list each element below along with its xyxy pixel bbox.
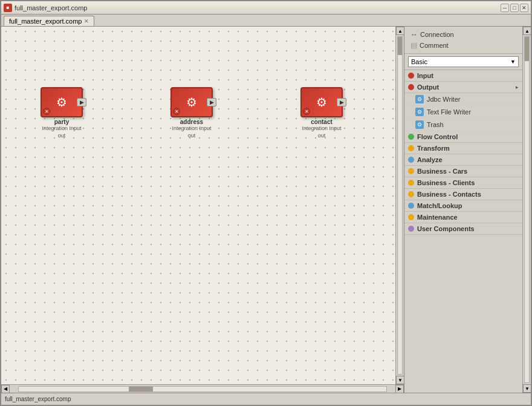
analyze-dot — [408, 157, 414, 163]
window-close[interactable]: ✕ — [520, 4, 528, 12]
node-contact-out-port[interactable]: ▶ — [337, 98, 346, 106]
node-party-cancel-icon: ✕ — [43, 108, 50, 115]
category-business-clients[interactable]: Business - Clients — [404, 177, 522, 189]
node-party[interactable]: ⚙ ▶ ✕ party Integration Input out — [34, 87, 89, 139]
category-business-contacts-label: Business - Contacts — [417, 191, 519, 198]
maintenance-dot — [408, 214, 414, 220]
panel-scroll-track — [524, 36, 530, 383]
canvas-scroll-right-btn[interactable]: ▶ — [395, 385, 404, 393]
panel-scroll-down-btn[interactable]: ▼ — [523, 384, 531, 393]
node-contact-sublabel: Integration Input — [302, 125, 341, 131]
category-analyze-label: Analyze — [417, 156, 519, 163]
node-party-box[interactable]: ⚙ ▶ ✕ — [41, 87, 83, 117]
window-minimize[interactable]: ─ — [501, 4, 509, 12]
text-file-writer-icon: ⚙ — [415, 108, 424, 116]
tab-label: full_master_export.comp — [9, 18, 82, 25]
category-business-clients-label: Business - Clients — [417, 179, 519, 186]
node-contact-label: contact — [311, 119, 332, 125]
tab-main[interactable]: full_master_export.comp ✕ — [4, 16, 94, 26]
panel-scroll-thumb — [525, 37, 529, 61]
canvas[interactable]: ⚙ ▶ ✕ party Integration Input out ⚙ ▶ — [1, 27, 395, 384]
panel-scroll-up-btn[interactable]: ▲ — [523, 27, 531, 35]
status-bar: full_master_export.comp — [1, 393, 531, 405]
category-business-contacts[interactable]: Business - Contacts — [404, 189, 522, 200]
category-flow-control-label: Flow Control — [417, 133, 519, 140]
canvas-scroll-left-btn[interactable]: ◀ — [1, 385, 10, 393]
node-party-label: party — [54, 119, 69, 125]
title-bar: ■ full_master_export.comp ─ □ ✕ — [1, 1, 531, 15]
connection-label: Connection — [420, 31, 454, 38]
category-user-components[interactable]: User Components — [404, 223, 522, 235]
node-address-sublabel: Integration Input — [172, 125, 211, 131]
dropdown-arrow-icon: ▼ — [510, 59, 516, 65]
canvas-scroll-down-btn[interactable]: ▼ — [396, 376, 404, 384]
category-flow-control[interactable]: Flow Control — [404, 131, 522, 143]
category-match-lookup[interactable]: Match/Lookup — [404, 200, 522, 212]
node-party-out-port[interactable]: ▶ — [77, 98, 86, 106]
node-address-box[interactable]: ⚙ ▶ ✕ — [170, 87, 213, 117]
trash-label: Trash — [427, 121, 444, 128]
gear-icon: ⚙ — [56, 95, 67, 110]
sub-item-trash[interactable]: ⚙ Trash — [404, 119, 522, 131]
connection-item[interactable]: ↔ Connection — [408, 29, 519, 40]
node-address-out-port[interactable]: ▶ — [207, 98, 216, 106]
tab-bar: full_master_export.comp ✕ — [1, 15, 531, 27]
trash-icon: ⚙ — [415, 120, 424, 129]
node-address-out-label: out — [188, 133, 196, 139]
jdbc-writer-label: Jdbc Writer — [427, 96, 460, 103]
node-contact-box[interactable]: ⚙ ▶ ✕ — [300, 87, 343, 117]
category-input-label: Input — [417, 72, 519, 79]
window-icon: ■ — [4, 4, 12, 12]
categories-list: Input Output ▸ ⚙ Jdbc Writer — [404, 70, 522, 393]
business-contacts-dot — [408, 191, 414, 197]
node-contact[interactable]: ⚙ ▶ ✕ contact Integration Input out — [294, 87, 349, 139]
category-input[interactable]: Input — [404, 70, 522, 82]
text-file-writer-label: Text File Writer — [427, 108, 471, 116]
canvas-h-scrollbar[interactable]: ◀ ▶ — [1, 384, 404, 393]
category-output[interactable]: Output ▸ — [404, 82, 522, 93]
panel-v-scrollbar[interactable]: ▲ ▼ — [522, 27, 531, 393]
comment-label: Comment — [420, 42, 449, 49]
business-cars-dot — [408, 168, 414, 174]
canvas-wrapper: ⚙ ▶ ✕ party Integration Input out ⚙ ▶ — [1, 27, 404, 393]
h-scroll-thumb — [129, 387, 153, 391]
dropdown-value: Basic — [411, 58, 427, 65]
tab-close-icon[interactable]: ✕ — [84, 18, 89, 24]
connection-icon: ↔ — [410, 30, 418, 39]
sub-item-text-file-writer[interactable]: ⚙ Text File Writer — [404, 106, 522, 119]
canvas-scroll-up-btn[interactable]: ▲ — [396, 27, 404, 35]
output-expand-icon: ▸ — [516, 84, 519, 90]
category-output-label: Output — [417, 83, 516, 91]
top-items: ↔ Connection ▤ Comment — [404, 27, 522, 54]
category-dropdown[interactable]: Basic ▼ — [408, 56, 519, 67]
node-party-out-label: out — [58, 133, 66, 139]
category-business-cars-label: Business - Cars — [417, 168, 519, 175]
category-match-lookup-label: Match/Lookup — [417, 202, 519, 209]
node-address[interactable]: ⚙ ▶ ✕ address Integration Input out — [164, 87, 219, 139]
canvas-v-scrollbar[interactable]: ▲ ▼ — [395, 27, 404, 384]
sub-item-jdbc-writer[interactable]: ⚙ Jdbc Writer — [404, 93, 522, 106]
node-contact-out-label: out — [318, 133, 326, 139]
transform-dot — [408, 145, 414, 151]
window-title: full_master_export.comp — [15, 4, 501, 11]
category-user-components-label: User Components — [417, 225, 519, 232]
gear-icon: ⚙ — [316, 95, 327, 110]
node-address-label: address — [180, 119, 203, 125]
status-bar-text: full_master_export.comp — [5, 396, 71, 402]
category-transform[interactable]: Transform — [404, 143, 522, 154]
match-lookup-dot — [408, 203, 414, 209]
category-business-cars[interactable]: Business - Cars — [404, 166, 522, 177]
window-maximize[interactable]: □ — [510, 4, 519, 12]
category-maintenance[interactable]: Maintenance — [404, 212, 522, 223]
comment-item[interactable]: ▤ Comment — [408, 40, 519, 51]
node-party-sublabel: Integration Input — [42, 125, 81, 131]
category-maintenance-label: Maintenance — [417, 214, 519, 221]
output-dot — [408, 84, 414, 90]
category-transform-label: Transform — [417, 145, 519, 152]
dropdown-row: Basic ▼ — [404, 54, 522, 70]
category-analyze[interactable]: Analyze — [404, 154, 522, 166]
comment-icon: ▤ — [410, 41, 417, 50]
jdbc-writer-icon: ⚙ — [415, 95, 424, 103]
business-clients-dot — [408, 180, 414, 186]
user-components-dot — [408, 226, 414, 232]
